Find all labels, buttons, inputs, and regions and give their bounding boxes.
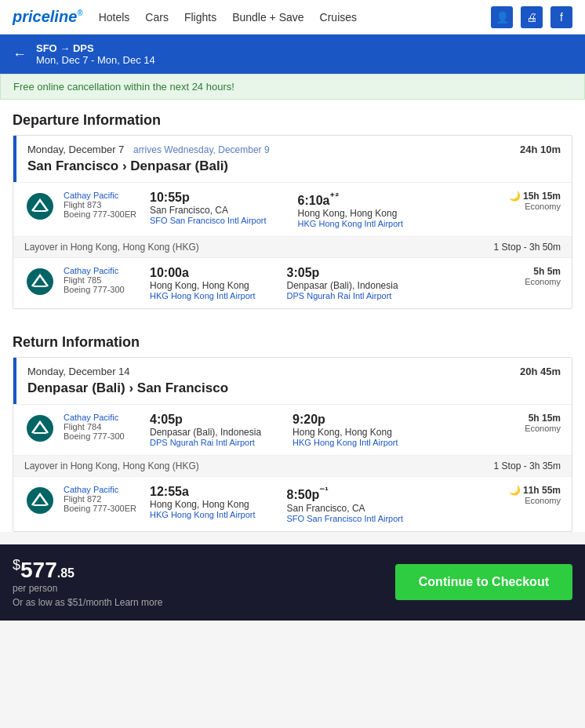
return-leg2-depart-airport: HKG Hong Kong Intl Airport — [150, 510, 256, 519]
departure-leg-1: Cathay Pacific Flight 873 Boeing 777-300… — [13, 182, 572, 236]
departure-layover: Layover in Hong Kong, Hong Kong (HKG) 1 … — [13, 236, 572, 257]
logo[interactable]: priceline® — [13, 8, 83, 26]
departure-leg2-flight: Flight 785 — [64, 275, 150, 285]
departure-layover-stop: 1 Stop - 3h 50m — [494, 242, 561, 253]
departure-leg1-arrive: 6:10a⁺² Hong Kong, Hong Kong HKG Hong Ko… — [298, 191, 404, 228]
departure-leg2-time-block: 10:00a Hong Kong, Hong Kong HKG Hong Kon… — [150, 266, 525, 300]
departure-leg1-depart-city: San Francisco, CA — [150, 205, 267, 216]
departure-leg2-depart-time: 10:00a — [150, 266, 256, 280]
return-leg1-depart-time: 4:05p — [150, 413, 261, 427]
nav-bundle[interactable]: Bundle + Save — [232, 11, 303, 24]
departure-leg1-airline-info: Cathay Pacific Flight 873 Boeing 777-300… — [64, 191, 150, 219]
departure-date-row: Monday, December 7 arrives Wednesday, De… — [27, 144, 561, 155]
back-button[interactable]: ← — [13, 46, 27, 63]
departure-date: Monday, December 7 — [27, 144, 124, 155]
main-content: Departure Information Monday, December 7… — [0, 100, 585, 532]
return-leg1-duration: 5h 15m Economy — [525, 413, 561, 433]
return-leg2-airline-info: Cathay Pacific Flight 872 Boeing 777-300… — [64, 485, 150, 513]
return-leg1-depart-city: Denpasar (Bali), Indonesia — [150, 427, 261, 438]
departure-leg1-duration: 🌙 15h 15m Economy — [509, 191, 561, 211]
bottom-bar: $577.85 per person Or as low as $51/mont… — [0, 544, 585, 621]
return-section-title: Return Information — [0, 322, 585, 357]
return-leg1-times: 4:05p Denpasar (Bali), Indonesia DPS Ngu… — [150, 413, 525, 447]
return-leg1-arrive: 9:20p Hong Kong, Hong Kong HKG Hong Kong… — [292, 413, 398, 447]
return-leg-2: Cathay Pacific Flight 872 Boeing 777-300… — [13, 476, 572, 530]
return-leg2-times: 12:55a Hong Kong, Hong Kong HKG Hong Kon… — [150, 485, 509, 522]
return-leg1-depart-airport: DPS Ngurah Rai Intl Airport — [150, 438, 261, 447]
return-leg1-depart: 4:05p Denpasar (Bali), Indonesia DPS Ngu… — [150, 413, 261, 447]
facebook-icon[interactable]: f — [550, 6, 572, 28]
departure-leg1-aircraft: Boeing 777-300ER — [64, 209, 150, 219]
svg-point-0 — [27, 193, 53, 220]
departure-leg1-flight: Flight 873 — [64, 200, 150, 209]
departure-card: Monday, December 7 arrives Wednesday, De… — [13, 135, 572, 309]
return-leg1-arrive-city: Hong Kong, Hong Kong — [292, 427, 398, 438]
price-cents: .85 — [57, 566, 74, 580]
header-icons: 👤 🖨 f — [491, 6, 572, 28]
nav-cars[interactable]: Cars — [145, 11, 169, 24]
departure-section-title: Departure Information — [0, 100, 585, 135]
departure-leg2-arrive-time: 3:05p — [287, 266, 398, 280]
departure-total-duration: 24h 10m — [520, 144, 561, 155]
trip-dates: Mon, Dec 7 - Mon, Dec 14 — [36, 54, 155, 66]
departure-leg2-depart-city: Hong Kong, Hong Kong — [150, 280, 256, 291]
currency-symbol: $ — [13, 557, 20, 573]
departure-leg2-times: 10:00a Hong Kong, Hong Kong HKG Hong Kon… — [150, 266, 525, 300]
low-as-text: Or as low as $51/month Learn more — [13, 597, 162, 608]
trip-route: SFO → DPS — [36, 42, 155, 54]
svg-point-3 — [27, 487, 53, 514]
return-route: Denpasar (Bali) › San Francisco — [27, 380, 561, 396]
departure-leg2-arrive-city: Denpasar (Bali), Indonesia — [287, 280, 398, 291]
departure-leg2-arrive-airport: DPS Ngurah Rai Intl Airport — [287, 291, 398, 300]
departure-leg2-depart: 10:00a Hong Kong, Hong Kong HKG Hong Kon… — [150, 266, 256, 300]
return-leg2-arrive-city: San Francisco, CA — [287, 503, 404, 514]
departure-layover-text: Layover in Hong Kong, Hong Kong (HKG) — [24, 242, 199, 253]
return-leg2-depart: 12:55a Hong Kong, Hong Kong HKG Hong Kon… — [150, 485, 256, 522]
return-total-duration: 20h 45m — [520, 366, 561, 377]
return-date-row: Monday, December 14 20h 45m — [27, 366, 561, 377]
return-leg1-flight: Flight 784 — [64, 422, 150, 431]
return-leg2-airline: Cathay Pacific — [64, 485, 150, 494]
return-layover: Layover in Hong Kong, Hong Kong (HKG) 1 … — [13, 455, 572, 476]
departure-leg2-airline: Cathay Pacific — [64, 266, 150, 275]
trip-info: SFO → DPS Mon, Dec 7 - Mon, Dec 14 — [36, 42, 155, 66]
header: priceline® Hotels Cars Flights Bundle + … — [0, 0, 585, 35]
checkout-button[interactable]: Continue to Checkout — [395, 564, 572, 600]
nav-links: Hotels Cars Flights Bundle + Save Cruise… — [99, 11, 491, 24]
departure-leg2-duration: 5h 5m Economy — [525, 266, 561, 286]
price-display: $577.85 — [13, 557, 162, 583]
price-section: $577.85 per person Or as low as $51/mont… — [13, 557, 162, 608]
departure-leg1-depart-airport: SFO San Francisco Intl Airport — [150, 216, 267, 225]
nav-cruises[interactable]: Cruises — [320, 11, 357, 24]
cancellation-banner: Free online cancellation within the next… — [0, 74, 585, 100]
return-leg1-arrive-time: 9:20p — [292, 413, 398, 427]
user-icon[interactable]: 👤 — [491, 6, 513, 28]
return-leg2-arrive-time: 8:50p⁻¹ — [287, 485, 404, 502]
nav-hotels[interactable]: Hotels — [99, 11, 130, 24]
learn-more-link[interactable]: Learn more — [114, 597, 162, 608]
print-icon[interactable]: 🖨 — [521, 6, 543, 28]
return-card: Monday, December 14 20h 45m Denpasar (Ba… — [13, 357, 572, 531]
return-leg2-duration: 🌙 11h 55m Economy — [509, 485, 561, 505]
return-leg2-depart-city: Hong Kong, Hong Kong — [150, 499, 256, 510]
departure-leg1-depart-time: 10:55p — [150, 191, 267, 205]
return-leg-1: Cathay Pacific Flight 784 Boeing 777-300… — [13, 404, 572, 455]
departure-leg1-depart: 10:55p San Francisco, CA SFO San Francis… — [150, 191, 267, 228]
departure-leg2-aircraft: Boeing 777-300 — [64, 285, 150, 294]
cathay-pacific-logo-2 — [24, 266, 56, 297]
departure-leg2-arrive: 3:05p Denpasar (Bali), Indonesia DPS Ngu… — [287, 266, 398, 300]
nav-flights[interactable]: Flights — [184, 11, 216, 24]
departure-leg1-airline: Cathay Pacific — [64, 191, 150, 200]
departure-leg-2: Cathay Pacific Flight 785 Boeing 777-300… — [13, 257, 572, 308]
cathay-pacific-logo-1 — [24, 191, 56, 222]
departure-arrives: arrives Wednesday, December 9 — [133, 144, 270, 155]
per-person-label: per person — [13, 583, 162, 594]
departure-leg1-times: 10:55p San Francisco, CA SFO San Francis… — [150, 191, 509, 228]
return-date: Monday, December 14 — [27, 366, 130, 377]
return-leg2-arrive-airport: SFO San Francisco Intl Airport — [287, 514, 404, 523]
trip-bar: ← SFO → DPS Mon, Dec 7 - Mon, Dec 14 — [0, 35, 585, 74]
price-whole: 577 — [20, 558, 57, 582]
svg-point-1 — [27, 268, 53, 295]
return-leg2-arrive: 8:50p⁻¹ San Francisco, CA SFO San Franci… — [287, 485, 404, 522]
departure-leg2-depart-airport: HKG Hong Kong Intl Airport — [150, 291, 256, 300]
